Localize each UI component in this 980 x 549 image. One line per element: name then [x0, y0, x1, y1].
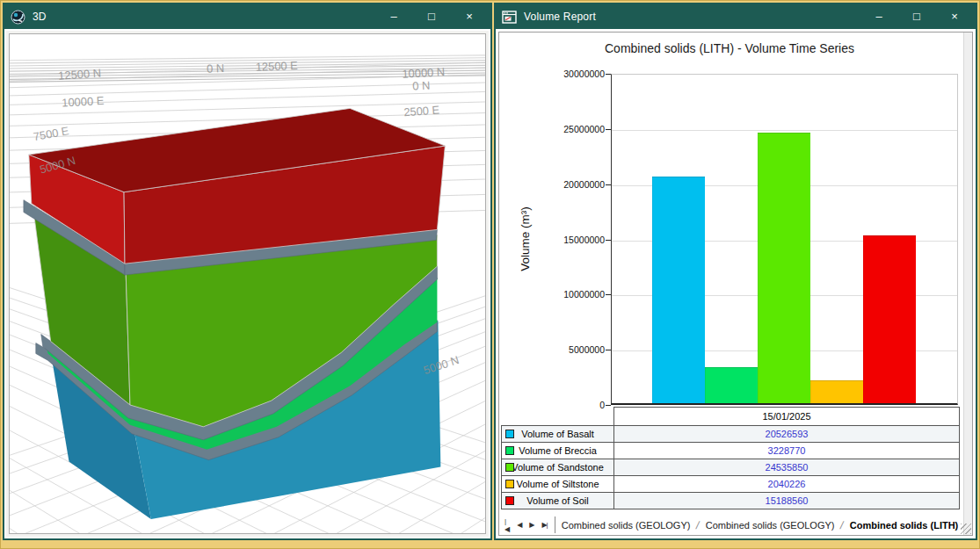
grid-label: 0 N [412, 79, 431, 93]
legend-swatch [505, 496, 514, 505]
right-scroll-strip[interactable] [963, 33, 972, 535]
volume-value: 3228770 [768, 445, 806, 456]
y-tick-label: 20000000 [550, 179, 605, 190]
legend-cell: Volume of Siltstone [501, 475, 614, 493]
bar-volume-of-breccia [705, 367, 758, 403]
3d-viewport[interactable]: 12500 N10000 E0 N12500 E10000 N0 N2500 E… [9, 33, 486, 534]
legend-swatch [505, 446, 514, 455]
bar-volume-of-soil [863, 235, 916, 403]
resize-grip[interactable] [961, 524, 971, 534]
y-tick-label: 5000000 [550, 344, 605, 355]
grid-label: 12500 E [256, 59, 299, 74]
y-tick-label: 0 [550, 400, 605, 410]
legend-label: Volume of Soil [526, 495, 588, 506]
minimize-icon[interactable]: – [872, 4, 886, 29]
window-title-3d: 3D [33, 11, 47, 23]
legend-label: Volume of Siltstone [516, 479, 599, 489]
value-cell: 2040226 [613, 475, 960, 493]
maximize-icon[interactable]: □ [910, 4, 924, 29]
tab-navigation: |◀◀▶▶| [501, 516, 555, 533]
date-header: 15/01/2025 [762, 411, 810, 422]
window-title-report: Volume Report [524, 11, 596, 23]
report-panel: Combined solids (LITH) - Volume Time Ser… [498, 32, 973, 536]
close-icon[interactable]: × [947, 4, 962, 29]
window-controls-3d: – □ × [387, 4, 490, 29]
tab-nav-first-icon[interactable]: |◀ [505, 517, 509, 533]
chart-title: Combined solids (LITH) - Volume Time Ser… [499, 41, 960, 55]
bar-volume-of-siltstone [810, 380, 863, 403]
sheet-tab-0[interactable]: Combined solids (GEOLOGY) [555, 518, 697, 532]
legend-cell: Volume of Basalt [501, 425, 614, 443]
y-tick-label: 10000000 [550, 289, 605, 300]
bar-volume-of-sandstone [758, 133, 810, 403]
legend-swatch [505, 480, 514, 488]
value-cell: 3228770 [613, 442, 960, 459]
legend-cell: Volume of Sandstone [501, 459, 614, 476]
sheet-tab-1[interactable]: Combined solids (GEOLOGY) [700, 518, 841, 532]
grid-label: 10000 E [62, 94, 105, 110]
window-3d-viewer: 3D – □ × [3, 3, 492, 540]
grid-label: 7500 E [33, 124, 70, 143]
minimize-icon[interactable]: – [387, 4, 401, 29]
sheet-tab-bar: |◀◀▶▶| Combined solids (GEOLOGY)/Combine… [501, 516, 962, 533]
grid-label: 12500 N [58, 66, 102, 82]
y-axis-label: Volume (m³) [519, 206, 532, 271]
sheet-tab-2[interactable]: Combined solids (LITH) [844, 518, 964, 532]
plot-area [611, 74, 958, 405]
y-tick-label: 15000000 [550, 235, 605, 245]
volume-value: 20526593 [766, 429, 809, 439]
legend-label: Volume of Sandstone [512, 462, 604, 473]
tabs: Combined solids (GEOLOGY)/Combined solid… [555, 518, 968, 532]
globe-3d-icon [11, 10, 25, 25]
volume-value: 2040226 [768, 479, 806, 489]
date-header-cell: 15/01/2025 [613, 407, 960, 426]
3d-window-body: 12500 N10000 E0 N12500 E10000 N0 N2500 E… [6, 31, 489, 537]
legend-swatch [505, 463, 514, 472]
title-bar-3d: 3D – □ × [4, 4, 490, 29]
tab-nav-prev-icon[interactable]: ◀ [517, 521, 521, 529]
legend-swatch [505, 430, 514, 438]
legend-label: Volume of Basalt [521, 429, 594, 439]
value-cell: 15188560 [613, 492, 960, 509]
y-tick-mark [606, 405, 611, 406]
window-controls-report: – □ × [872, 4, 976, 29]
legend-cell: Volume of Soil [501, 492, 614, 509]
legend-label: Volume of Breccia [519, 445, 597, 456]
maximize-icon[interactable]: □ [425, 4, 439, 29]
gridline [612, 130, 957, 131]
report-icon [502, 10, 517, 25]
close-icon[interactable]: × [462, 4, 476, 29]
volume-value: 24535850 [766, 462, 809, 473]
tab-nav-last-icon[interactable]: ▶| [541, 521, 547, 529]
window-volume-report: Volume Report – □ × Combined solids (LIT… [494, 3, 977, 540]
legend-cell: Volume of Breccia [501, 442, 614, 459]
volume-value: 15188560 [766, 495, 809, 506]
title-bar-report: Volume Report – □ × [496, 4, 976, 29]
grid-label: 2500 E [403, 103, 440, 119]
y-tick-label: 30000000 [550, 69, 605, 79]
tab-nav-next-icon[interactable]: ▶ [529, 521, 534, 529]
value-cell: 20526593 [613, 425, 960, 443]
bar-volume-of-basalt [652, 177, 705, 403]
grid-label: 0 N [207, 61, 225, 76]
value-cell: 24535850 [613, 459, 960, 476]
y-tick-label: 25000000 [550, 124, 605, 134]
